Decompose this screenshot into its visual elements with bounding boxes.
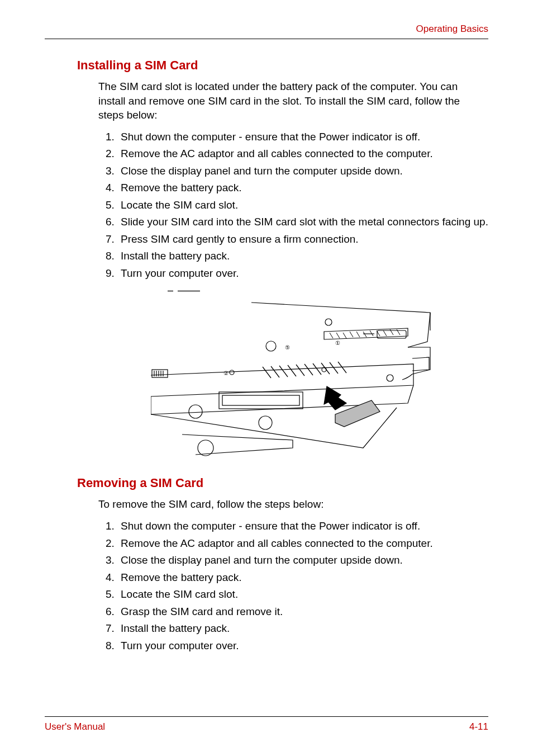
list-item: Locate the SIM card slot. (117, 587, 488, 603)
sim-install-diagram: ⑤ ② ① (151, 286, 436, 465)
svg-line-27 (296, 365, 304, 376)
svg-point-17 (266, 341, 276, 351)
svg-line-5 (330, 333, 333, 338)
svg-line-29 (313, 363, 321, 375)
svg-line-24 (271, 366, 279, 377)
svg-text:①: ① (335, 340, 340, 346)
section-title-removing: Removing a SIM Card (77, 476, 488, 490)
list-item: Grasp the SIM card and remove it. (117, 604, 488, 620)
page-header: Operating Basics (45, 26, 488, 39)
svg-rect-0 (168, 290, 173, 292)
svg-line-25 (279, 366, 288, 377)
svg-point-4 (325, 319, 332, 325)
section-intro-installing: The SIM card slot is located under the b… (98, 79, 488, 122)
svg-rect-42 (219, 392, 303, 409)
svg-line-6 (336, 333, 340, 338)
svg-line-9 (356, 332, 360, 337)
svg-line-8 (350, 332, 353, 337)
list-item: Slide your SIM card into the SIM card sl… (117, 214, 488, 230)
section-intro-removing: To remove the SIM card, follow the steps… (98, 497, 488, 512)
svg-line-11 (370, 330, 373, 336)
list-item: Install the battery pack. (117, 248, 488, 264)
footer-left: User's Manual (45, 721, 105, 733)
svg-line-10 (363, 332, 367, 337)
list-item: Press SIM card gently to ensure a firm c… (117, 231, 488, 248)
page-footer: User's Manual 4-11 (45, 716, 488, 733)
list-item: Remove the AC adaptor and all cables con… (117, 536, 488, 552)
steps-list-removing: Shut down the computer - ensure that the… (98, 518, 488, 654)
svg-line-31 (330, 362, 338, 374)
list-item: Turn your computer over. (117, 638, 488, 654)
svg-point-19 (230, 370, 234, 375)
svg-line-23 (263, 367, 271, 378)
list-item: Shut down the computer - ensure that the… (117, 129, 488, 145)
list-item: Close the display panel and turn the com… (117, 163, 488, 179)
svg-line-13 (383, 330, 387, 336)
list-item: Remove the battery pack. (117, 180, 488, 196)
list-item: Close the display panel and turn the com… (117, 552, 488, 569)
svg-text:②: ② (223, 370, 229, 376)
header-section-label: Operating Basics (416, 23, 488, 35)
list-item: Locate the SIM card slot. (117, 197, 488, 214)
svg-rect-1 (178, 290, 200, 292)
svg-point-40 (259, 416, 272, 429)
svg-text:⑤: ⑤ (285, 344, 290, 351)
list-item: Remove the AC adaptor and all cables con… (117, 146, 488, 162)
list-item: Remove the battery pack. (117, 570, 488, 586)
list-item: Turn your computer over. (117, 266, 488, 282)
list-item: Install the battery pack. (117, 621, 488, 637)
svg-line-28 (304, 364, 313, 375)
steps-list-installing: Shut down the computer - ensure that the… (98, 129, 488, 282)
svg-line-7 (343, 333, 346, 338)
page-content: Installing a SIM Card The SIM card slot … (45, 58, 488, 654)
svg-line-26 (288, 365, 296, 376)
section-title-installing: Installing a SIM Card (77, 58, 488, 73)
svg-rect-43 (222, 395, 299, 405)
footer-right: 4-11 (469, 721, 488, 733)
list-item: Shut down the computer - ensure that the… (117, 518, 488, 535)
svg-point-39 (189, 405, 202, 418)
svg-point-16 (387, 375, 393, 381)
